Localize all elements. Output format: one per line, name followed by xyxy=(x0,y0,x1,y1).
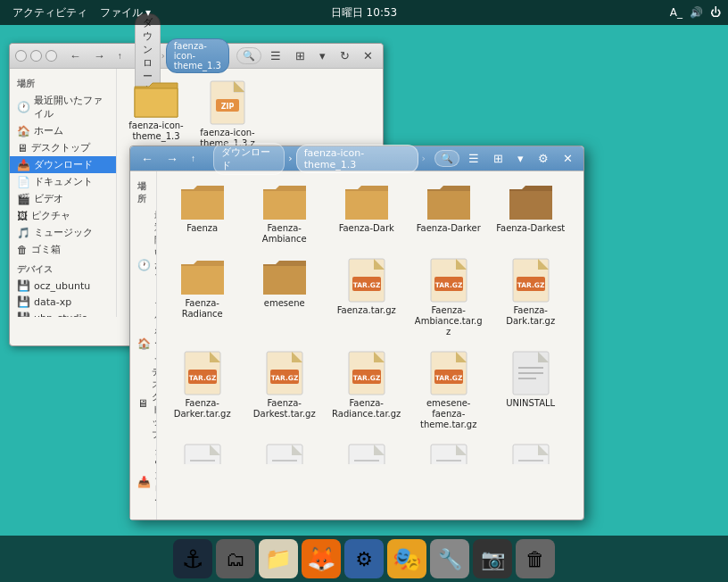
sidebar-item-ubn-bg[interactable]: 💾 ubn_studio xyxy=(10,310,116,317)
sidebar-item-trash-bg[interactable]: 🗑 ゴミ箱 xyxy=(10,241,116,258)
file-item-faenza-ambiance[interactable]: Faenza-Ambiance xyxy=(246,179,323,248)
view-grid-button-fg[interactable]: ⊞ xyxy=(488,148,509,170)
window-min-button-bg[interactable] xyxy=(30,50,42,62)
file-item-darkest-tar[interactable]: TAR.GZ Faenza-Darkest.tar.gz xyxy=(246,346,323,434)
file-manager-window-fg: ← → ↑ ダウンロード › faenza-icon-theme_1.3 › 🔍… xyxy=(129,146,584,520)
file-item-darker-tar[interactable]: TAR.GZ Faenza-Darker.tar.gz xyxy=(164,346,241,434)
tar-icon-dark: TAR.GZ xyxy=(511,257,550,303)
file-item-authors[interactable]: AUTHORS xyxy=(164,439,241,464)
top-panel: アクティビティ ファイル ▾ 日曜日 10:53 A_ 🔊 ⏻ xyxy=(0,0,728,25)
script-icon-uninstall xyxy=(511,350,550,396)
dock-vlc-icon[interactable]: 🎭 xyxy=(387,539,426,578)
search-button-fg[interactable]: 🔍 xyxy=(434,150,459,167)
close-button-x-bg[interactable]: ✕ xyxy=(359,46,377,67)
sidebar-item-home-fg[interactable]: 🏠 ホーム xyxy=(130,323,156,364)
back-button-fg[interactable]: ← xyxy=(136,148,159,170)
dock-camera-icon[interactable]: 📷 xyxy=(473,539,512,578)
sort-button-fg[interactable]: ▾ xyxy=(512,148,529,170)
view-list-button-bg[interactable]: ☰ xyxy=(265,46,286,67)
breadcrumb-item-downloads-fg[interactable]: ダウンロード xyxy=(213,143,285,175)
power-icon[interactable]: ⏻ xyxy=(710,6,721,19)
file-item-ambiance-tar[interactable]: TAR.GZ Faenza-Ambiance.tar.gz xyxy=(410,254,487,341)
window-close-button-bg[interactable] xyxy=(15,50,27,62)
file-item-faenza-tar[interactable]: TAR.GZ Faenza.tar.gz xyxy=(328,254,405,341)
forward-button-fg[interactable]: → xyxy=(161,148,184,170)
sidebar-section-places-fg: 場所 xyxy=(130,175,156,207)
file-item-dark-tar[interactable]: TAR.GZ Faenza-Dark.tar.gz xyxy=(492,254,569,341)
file-item-faenza-darkest[interactable]: Faenza-Darkest xyxy=(492,179,569,248)
window-max-button-bg[interactable] xyxy=(46,50,57,62)
top-panel-right: A_ 🔊 ⏻ xyxy=(670,6,721,19)
file-item-faenza-darker[interactable]: Faenza-Darker xyxy=(410,179,487,248)
sidebar-fg: 場所 🕐 最近開いたファイル 🏠 ホーム 🖥 デスクトップ 📥 ダウンロード xyxy=(130,171,157,520)
view-grid-button-bg[interactable]: ⊞ xyxy=(290,46,310,67)
file-item-uninstall[interactable]: UNINSTALL xyxy=(492,346,569,434)
file-label-faenza: Faenza xyxy=(186,223,218,234)
dock-anchor-icon[interactable]: ⚓ xyxy=(173,539,212,578)
search-button-bg[interactable]: 🔍 xyxy=(236,47,261,64)
sidebar-section-places-bg: 場所 xyxy=(10,72,116,92)
dock-tools-icon[interactable]: 🔧 xyxy=(430,539,469,578)
dock-nautilus-icon[interactable]: 📁 xyxy=(259,539,298,578)
desktop-icon-bg: 🖥 xyxy=(17,142,28,154)
up-button-fg[interactable]: ↑ xyxy=(186,148,201,170)
file-item-faenza-dark[interactable]: Faenza-Dark xyxy=(328,179,405,248)
recent-icon-bg: 🕐 xyxy=(17,101,30,113)
sidebar-item-video-bg[interactable]: 🎬 ビデオ xyxy=(10,190,116,207)
file-item-radiance-tar[interactable]: TAR.GZ Faenza-Radiance.tar.gz xyxy=(328,346,405,434)
doc-icon-authors xyxy=(183,443,222,464)
sidebar-item-docs-bg[interactable]: 📄 ドキュメント xyxy=(10,173,116,190)
app-menu-button[interactable]: ファイル ▾ xyxy=(100,5,151,21)
downloads-icon-bg: 📥 xyxy=(17,159,30,171)
sidebar-item-desktop-fg[interactable]: 🖥 デスクトップ xyxy=(130,364,156,443)
file-label-faenza-ambiance: Faenza-Ambiance xyxy=(250,223,319,245)
file-item-copying[interactable]: COPYING xyxy=(246,439,323,464)
file-label-emesene-tar: emesene-faenza-theme.tar.gz xyxy=(414,398,484,430)
view-list-button-fg[interactable]: ☰ xyxy=(463,148,484,170)
titlebar-fg: ← → ↑ ダウンロード › faenza-icon-theme_1.3 › 🔍… xyxy=(130,146,583,171)
activities-button[interactable]: アクティビティ xyxy=(7,4,93,22)
close-button-fg[interactable]: ✕ xyxy=(558,148,578,170)
svg-text:TAR.GZ: TAR.GZ xyxy=(352,374,380,382)
sidebar-item-downloads-fg[interactable]: 📥 ダウンロード xyxy=(130,443,156,520)
file-item-faenza[interactable]: Faenza xyxy=(164,179,241,248)
sidebar-item-pictures-bg[interactable]: 🖼 ピクチャ xyxy=(10,207,116,224)
dock-firefox-icon[interactable]: 🦊 xyxy=(302,539,341,578)
sound-icon[interactable]: 🔊 xyxy=(690,6,703,19)
sidebar-item-recent-bg[interactable]: 🕐 最近開いたファイル xyxy=(10,92,116,122)
file-item-changelog[interactable]: ChangeLog xyxy=(328,439,405,464)
file-label-radiance-tar: Faenza-Radiance.tar.gz xyxy=(332,398,401,420)
breadcrumb-item-theme-fg[interactable]: faenza-icon-theme_1.3 xyxy=(296,145,418,173)
folder-icon-darkest xyxy=(508,182,554,221)
folder-icon-faenza xyxy=(179,182,226,221)
dock-trash-icon[interactable]: 🗑 xyxy=(516,539,555,578)
dock-settings-icon[interactable]: ⚙ xyxy=(344,539,384,578)
file-item-install[interactable]: INSTALL xyxy=(410,439,487,464)
up-button-bg[interactable]: ↑ xyxy=(112,46,128,67)
sort-button-bg[interactable]: ▾ xyxy=(314,46,331,67)
reload-button-bg[interactable]: ↻ xyxy=(335,46,355,67)
file-label-ambiance-tar: Faenza-Ambiance.tar.gz xyxy=(414,305,484,337)
forward-button-bg[interactable]: → xyxy=(88,46,111,67)
file-item-readme[interactable]: README xyxy=(492,439,569,464)
file-item-emesene-tar[interactable]: TAR.GZ emesene-faenza-theme.tar.gz xyxy=(410,346,487,434)
sidebar-item-ocz-bg[interactable]: 💾 ocz_ubuntu xyxy=(10,278,116,294)
file-item-faenza-radiance[interactable]: Faenza-Radiance xyxy=(164,254,241,341)
datetime-display: 日曜日 10:53 xyxy=(331,5,397,21)
folder-icon-emesene xyxy=(261,257,308,296)
sidebar-item-music-bg[interactable]: 🎵 ミュージック xyxy=(10,224,116,241)
sidebar-item-recent-fg[interactable]: 🕐 最近開いたファイル xyxy=(130,207,156,323)
folder-icon-bg-1 xyxy=(133,79,179,119)
dock-files-icon[interactable]: 🗂 xyxy=(216,539,255,578)
sidebar-item-downloads-bg[interactable]: 📥 ダウンロード xyxy=(10,156,116,173)
gear-button-fg[interactable]: ⚙ xyxy=(533,148,554,170)
back-button-bg[interactable]: ← xyxy=(64,46,87,67)
folder-icon-dark xyxy=(343,182,390,221)
sidebar-item-dataxp-bg[interactable]: 💾 data-xp xyxy=(10,294,116,310)
drive-icon-2-bg: 💾 xyxy=(17,295,30,308)
music-icon-bg: 🎵 xyxy=(17,227,30,239)
sidebar-item-home-bg[interactable]: 🏠 ホーム xyxy=(10,122,116,139)
svg-text:TAR.GZ: TAR.GZ xyxy=(434,374,462,382)
file-item-emesene[interactable]: emesene xyxy=(246,254,323,341)
sidebar-item-desktop-bg[interactable]: 🖥 デスクトップ xyxy=(10,139,116,156)
